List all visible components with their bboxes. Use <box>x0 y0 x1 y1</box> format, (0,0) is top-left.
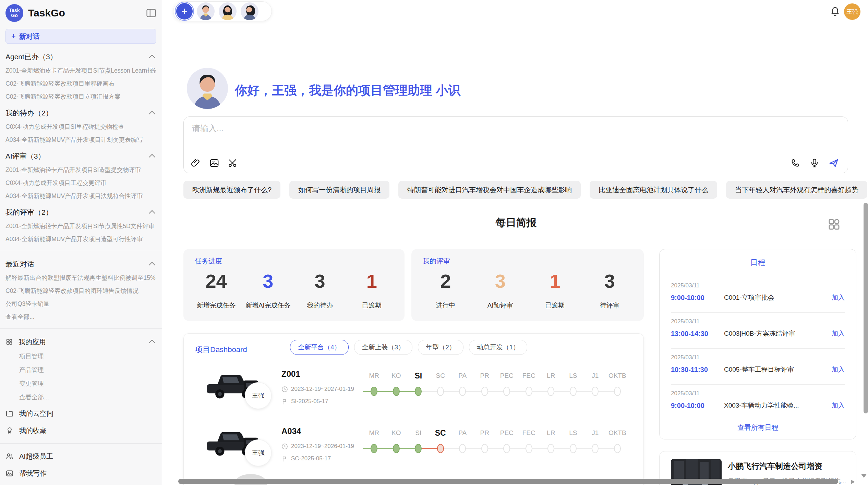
app-subitem[interactable]: 产品管理 <box>19 366 156 373</box>
project-dates: 2023-12-19~2026-01-19 <box>281 443 354 450</box>
join-meeting-link[interactable]: 加入 <box>832 401 845 410</box>
sidebar-item[interactable]: Z001-全新燃油轻卡产品开发项目SI节点属性5D文件评审 <box>5 222 156 229</box>
suggestion-chip[interactable]: 欧洲新规最近颁布了什么? <box>183 181 280 199</box>
attachment-icon[interactable] <box>191 158 201 168</box>
app-subitem[interactable]: 项目管理 <box>19 352 156 360</box>
collapse-sidebar-icon[interactable] <box>146 9 156 17</box>
new-chat-button[interactable]: + 新对话 <box>5 29 156 44</box>
chevron-up-icon[interactable] <box>149 111 155 117</box>
scroll-right-arrow[interactable] <box>851 480 855 484</box>
send-icon[interactable] <box>829 158 839 168</box>
briefing-stat: 1已逾期 <box>528 270 582 310</box>
app-subitem[interactable]: 变更管理 <box>19 380 156 387</box>
briefing-layout-icon[interactable] <box>827 217 841 232</box>
sidebar-section: 我的待办（2）C0X4-动力总成开发项目SI里程碑提交物检查A034-全新新能源… <box>5 109 156 143</box>
sidebar-link-bookmark[interactable]: 我的收藏 <box>5 426 156 435</box>
section-header[interactable]: 我的评审（2） <box>5 208 156 216</box>
project-code: A034 <box>281 426 301 436</box>
chevron-up-icon[interactable] <box>149 54 155 61</box>
horizontal-scrollbar-thumb[interactable] <box>178 479 838 484</box>
sidebar-item[interactable]: C02-飞腾新能源轻客改款项目立项汇报方案 <box>5 92 156 100</box>
member-avatar-2[interactable] <box>219 2 237 20</box>
milestone-node <box>481 444 488 453</box>
app-subitem[interactable]: 查看全部... <box>19 393 156 401</box>
stat-value: 3 <box>242 270 294 292</box>
recent-chat-item[interactable]: C02-飞腾新能源轻客改款项目的闭环通告反馈情况 <box>5 287 156 294</box>
sidebar-item[interactable]: A034-全新新能源MUV产品开发项目计划变更表编写 <box>5 136 156 143</box>
sidebar-link-image[interactable]: 帮我写作 <box>5 469 156 478</box>
briefing-stat: 3新增AI完成任务 <box>242 270 294 310</box>
sidebar-item[interactable]: C0X4-动力总成开发项目SI里程碑提交物检查 <box>5 123 156 130</box>
add-agent-button[interactable]: + <box>176 3 193 20</box>
app-logo: Task Go <box>5 4 23 22</box>
microphone-icon[interactable] <box>809 158 820 168</box>
sidebar-item[interactable]: Z001-全新燃油轻卡产品开发项目SI造型提交物评审 <box>5 166 156 173</box>
milestone-label: LS <box>562 371 584 381</box>
dashboard-tab[interactable]: 全新上装（3） <box>354 340 413 355</box>
stat-value: 1 <box>346 270 398 292</box>
recent-chat-item[interactable]: 公司Q3轻卡销量 <box>5 300 156 307</box>
briefing-stat: 1已逾期 <box>346 270 398 310</box>
suggestion-chip[interactable]: 比亚迪全固态电池计划具体说了什么 <box>590 181 717 199</box>
chevron-up-icon[interactable] <box>149 154 155 160</box>
project-row[interactable]: 王强 Z001 2023-12-19~2027-01-19 SI-2025-05… <box>184 368 643 428</box>
clock-icon <box>281 386 288 393</box>
recent-chat-item[interactable]: 解释最新出台的欧盟报废车法规再生塑料比例被调至15%... <box>5 274 156 281</box>
member-avatar-1[interactable] <box>197 2 215 20</box>
join-meeting-link[interactable]: 加入 <box>832 293 845 302</box>
notification-bell-icon[interactable] <box>830 6 841 17</box>
milestone-node <box>371 444 377 453</box>
sidebar-link-people[interactable]: AI超级员工 <box>5 452 156 461</box>
voice-call-icon[interactable] <box>790 158 800 168</box>
section-header[interactable]: 最近对话 <box>5 260 156 268</box>
task-progress-stats: 24新增完成任务3新增AI完成任务3我的待办1已逾期 <box>190 270 398 310</box>
milestone-labels: MRKOSISCPAPRPECFECLRLSJ1OKTB <box>363 428 628 438</box>
user-avatar-name: 王强 <box>846 8 858 16</box>
section-header[interactable]: 我的应用 <box>5 338 156 346</box>
view-all-schedule-link[interactable]: 查看所有日程 <box>660 423 856 432</box>
section-title: 我的待办（2） <box>5 108 53 118</box>
recent-chat-item[interactable]: 查看全部... <box>5 313 156 320</box>
user-avatar[interactable]: 王强 <box>844 3 860 20</box>
greeting-text: 你好，王强，我是你的项目管理助理 小识 <box>235 82 460 99</box>
schedule-title: 日程 <box>660 258 856 268</box>
suggestion-chip[interactable]: 当下年轻人对汽车外观有怎样的喜好趋势 <box>726 181 867 199</box>
image-upload-icon[interactable] <box>209 158 219 168</box>
scroll-down-arrow[interactable] <box>861 474 867 478</box>
dashboard-tab[interactable]: 全新平台（4） <box>290 340 349 355</box>
my-review-title: 我的评审 <box>423 257 450 266</box>
suggestion-chip[interactable]: 特朗普可能对进口汽车增税会对中国车企造成哪些影响 <box>398 181 581 199</box>
join-meeting-link[interactable]: 加入 <box>832 329 845 338</box>
sidebar-item[interactable]: C0X4-动力总成开发项目工程变更评审 <box>5 179 156 186</box>
milestone-label: FEC <box>518 428 540 438</box>
sidebar-link-folder[interactable]: 我的云空间 <box>5 409 156 418</box>
sidebar-item[interactable]: C02-飞腾新能源轻客改款项目里程碑画布 <box>5 79 156 87</box>
screenshot-scissors-icon[interactable] <box>228 158 238 168</box>
schedule-row: 10:30-11:30C005-整车工程目标评审加入 <box>671 365 845 374</box>
my-review-card: 我的评审 2进行中3AI预评审1已逾期3待评审 <box>411 249 644 321</box>
dashboard-tab[interactable]: 动总开发（1） <box>469 340 528 355</box>
milestone-track <box>363 443 628 455</box>
section-title: AI评审（3） <box>5 151 45 161</box>
suggestion-chip[interactable]: 如何写一份清晰的项目周报 <box>289 181 389 199</box>
dashboard-tab[interactable]: 年型（2） <box>418 340 463 355</box>
section-header[interactable]: 我的待办（2） <box>5 109 156 117</box>
sidebar-item[interactable]: A034-全新新能源MUV产品开发项目法规符合性评审 <box>5 192 156 199</box>
chat-input[interactable] <box>191 122 837 148</box>
join-meeting-link[interactable]: 加入 <box>832 365 845 374</box>
chevron-up-icon[interactable] <box>149 262 155 268</box>
section-title: 我的应用 <box>19 337 46 347</box>
section-header[interactable]: Agent已办（3） <box>5 53 156 61</box>
section-header[interactable]: AI评审（3） <box>5 152 156 160</box>
sidebar-item[interactable]: Z001-全新燃油皮卡产品开发项目SI节点Lesson Learn报告 <box>5 66 156 74</box>
stat-value: 3 <box>473 270 528 292</box>
member-avatar-3[interactable] <box>241 2 258 20</box>
chevron-up-icon[interactable] <box>149 210 155 216</box>
chevron-up-icon[interactable] <box>149 339 155 346</box>
vertical-scrollbar-thumb[interactable] <box>864 203 868 413</box>
milestone-note-text: SC-2025-05-17 <box>291 455 331 462</box>
sidebar-divider <box>0 443 162 444</box>
sidebar-section: 我的评审（2）Z001-全新燃油轻卡产品开发项目SI节点属性5D文件评审A034… <box>5 208 156 242</box>
sidebar-item[interactable]: A034-全新新能源MUV产品开发项目造型可行性评审 <box>5 235 156 242</box>
plus-icon: + <box>11 32 16 41</box>
